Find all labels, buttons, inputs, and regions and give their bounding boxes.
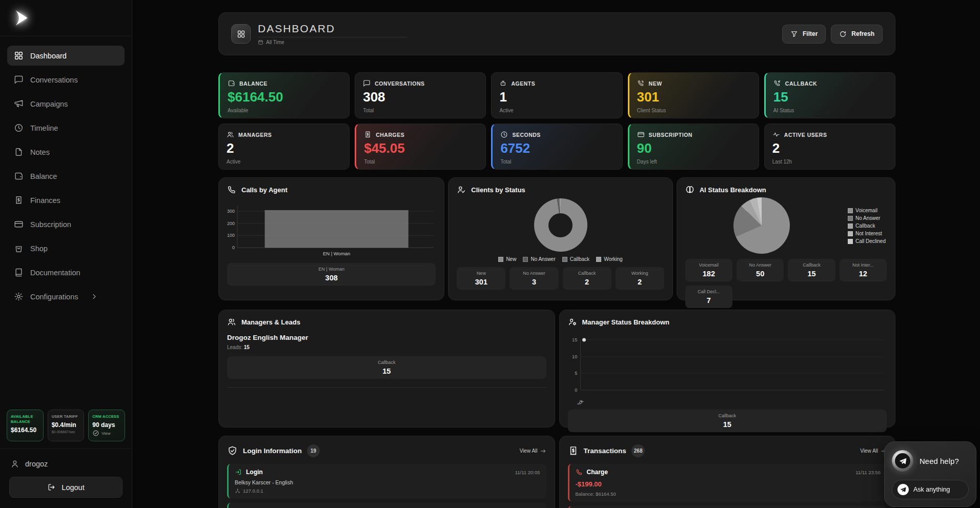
- legend-swatch-icon: [498, 257, 503, 262]
- brain-icon: [685, 185, 695, 194]
- summary-box: No Answer50: [737, 259, 784, 281]
- item-name: Belksy Karscer - English: [235, 479, 540, 485]
- logout-label: Logout: [62, 483, 84, 492]
- phone-icon: [576, 469, 583, 476]
- book-icon: [14, 268, 24, 277]
- sidebar-mini-card-0[interactable]: AVAILABLE BALANCE$6164.50: [7, 410, 44, 441]
- summary-value: 2: [566, 278, 608, 286]
- stat-card-charges: CHARGES$45.05Total: [355, 124, 486, 170]
- mini-card-label: CRM ACCESS: [92, 414, 121, 419]
- summary-value: 3: [513, 278, 555, 286]
- login-information-title: Login Information: [243, 447, 302, 455]
- sidebar-item-dashboard[interactable]: Dashboard: [7, 46, 125, 66]
- logout-button[interactable]: Logout: [9, 477, 122, 498]
- drop-logo-icon[interactable]: [10, 8, 30, 28]
- sidebar-mini-card-2[interactable]: CRM ACCESS90 daysView: [88, 410, 125, 441]
- user-menu[interactable]: drogoz: [9, 457, 122, 477]
- stats-grid: BALANCE$6164.50AvailableCONVERSATIONS308…: [218, 72, 895, 170]
- bar-chart: 0100200300EN | Woman: [227, 200, 436, 258]
- item-head: Login11/11 20:05: [235, 469, 540, 476]
- summary-label: Working: [619, 271, 661, 276]
- sidebar-nav: DashboardConversationsCampaignsTimelineN…: [0, 36, 132, 307]
- summary-label: No Answer: [740, 262, 781, 268]
- ask-anything-button[interactable]: Ask anything: [892, 480, 969, 499]
- filter-button[interactable]: Filter: [782, 25, 826, 44]
- receipt-dollar-icon: [568, 445, 579, 456]
- summary-value: 301: [460, 278, 502, 286]
- stat-card-sub: Active: [499, 108, 614, 113]
- sidebar-item-balance[interactable]: Balance: [7, 166, 125, 186]
- sidebar-item-timeline[interactable]: Timeline: [7, 118, 125, 138]
- sidebar-item-notes[interactable]: Notes: [7, 142, 125, 162]
- stat-card-value: 15: [773, 90, 887, 105]
- dashboard-grid-icon: [237, 30, 246, 38]
- login-information-item[interactable]: Login11/11 20:04Dmitry Bulkin - English: [227, 503, 546, 508]
- svg-text:Callback: Callback: [568, 398, 584, 404]
- stat-card-header: SECONDS: [500, 131, 614, 138]
- summary-value: 50: [740, 270, 781, 278]
- logout-icon: [47, 483, 56, 492]
- summary-box: Not Inter...12: [840, 259, 887, 281]
- sidebar-item-label: Conversations: [30, 76, 78, 84]
- summary-label: Callback: [571, 413, 884, 418]
- donut-hole: [548, 213, 573, 237]
- summary-box: Callback2: [563, 267, 611, 290]
- refresh-icon: [839, 30, 847, 38]
- phone-callback-icon: [773, 79, 781, 87]
- receipt-dollar-icon: [14, 195, 24, 205]
- item-amount: -$199.00: [576, 480, 881, 488]
- mini-card-view-label: View: [101, 431, 110, 436]
- stat-card-active-users: ACTIVE USERS2Last 12h: [764, 124, 895, 170]
- transactions-card: Transactions268View AllCharge11/11 23:56…: [559, 436, 896, 508]
- sidebar-item-shop[interactable]: Shop: [7, 238, 125, 258]
- sidebar-item-documentation[interactable]: Documentation: [7, 262, 125, 282]
- header-actions: Filter Refresh: [782, 25, 883, 44]
- sidebar-item-finances[interactable]: Finances: [7, 190, 125, 210]
- sidebar-item-campaigns[interactable]: Campaigns: [7, 94, 125, 114]
- transactions-item[interactable]: Charge11/11 23:47: [568, 506, 887, 508]
- phone-icon: [227, 185, 236, 194]
- stat-card-header: CALLBACK: [773, 79, 887, 87]
- transactions-item[interactable]: Charge11/11 23:56-$199.00Balance: $6164.…: [568, 464, 887, 501]
- sidebar-item-subscription[interactable]: Subscription: [7, 214, 125, 234]
- leads-label: Leads:: [227, 344, 244, 350]
- summary-label: Not Inter...: [843, 262, 884, 268]
- chart-title-label: Clients by Status: [471, 186, 525, 194]
- note-icon: [14, 147, 24, 157]
- login-information-card: Login Information19View AllLogin11/11 20…: [218, 436, 555, 508]
- legend-label: Voicemail: [855, 208, 877, 213]
- chat-avatar[interactable]: [892, 450, 913, 472]
- refresh-button[interactable]: Refresh: [831, 25, 883, 44]
- period-selector[interactable]: All Time: [258, 37, 407, 45]
- svg-text:10: 10: [572, 354, 577, 359]
- legend-swatch-icon: [848, 223, 853, 229]
- stat-card-value: 6752: [500, 141, 614, 156]
- legend-item: No Answer: [523, 256, 555, 262]
- donut-legend: NewNo AnswerCallbackWorking: [457, 256, 664, 262]
- legend-label: Callback: [855, 223, 875, 229]
- shopping-bag-icon: [14, 243, 24, 253]
- transactions-view-all-link[interactable]: View All: [860, 448, 887, 454]
- megaphone-icon: [14, 99, 24, 109]
- clients_by_status-summary: New301No Answer3Callback2Working2: [457, 267, 664, 290]
- mini-card-view[interactable]: View: [92, 430, 121, 437]
- login-information-view-all-link[interactable]: View All: [520, 448, 546, 454]
- chat-icon: [14, 75, 24, 85]
- login-information-item[interactable]: Login11/11 20:05Belksy Karscer - English…: [227, 464, 546, 498]
- legend-swatch-icon: [562, 257, 567, 262]
- receipt-dollar-icon: [364, 131, 372, 138]
- login-information-count-badge: 19: [307, 444, 320, 457]
- summary-box: New301: [457, 267, 505, 290]
- item-balance: Balance: $6164.50: [576, 491, 881, 497]
- svg-text:200: 200: [227, 221, 235, 226]
- legend-swatch-icon: [848, 231, 853, 236]
- credit-card-icon: [14, 219, 24, 229]
- item-head: Charge11/11 23:56: [576, 469, 881, 476]
- mini-card-label: USER TARIFF: [52, 414, 80, 419]
- sidebar-item-conversations[interactable]: Conversations: [7, 70, 125, 90]
- sidebar-mini-card-1[interactable]: USER TARIFF$0.4/min$0.006667/sec: [48, 410, 85, 441]
- sidebar-item-configurations[interactable]: Configurations: [7, 287, 125, 307]
- bottom-row: Login Information19View AllLogin11/11 20…: [218, 436, 895, 508]
- sidebar-item-label: Configurations: [30, 293, 78, 301]
- stat-card-value: $6164.50: [228, 90, 341, 105]
